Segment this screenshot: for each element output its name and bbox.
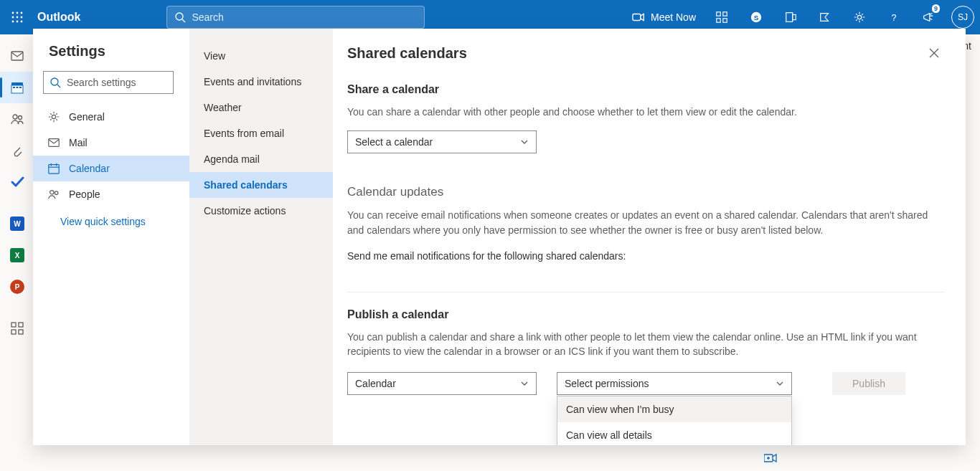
svg-text:?: ?: [891, 13, 896, 23]
svg-rect-30: [11, 323, 16, 327]
calendar-icon: [47, 162, 60, 175]
sub-shared-calendars[interactable]: Shared calendars: [189, 172, 333, 198]
settings-search[interactable]: Search settings: [43, 71, 174, 94]
svg-point-43: [50, 191, 54, 194]
category-general[interactable]: General: [33, 104, 189, 130]
rail-more-apps[interactable]: [0, 313, 34, 344]
chevron-down-icon: [520, 379, 529, 388]
svg-point-3: [12, 16, 14, 19]
panel-body: Share a calendar You can share a calenda…: [333, 73, 961, 445]
people-icon: [10, 112, 24, 126]
view-quick-settings-link[interactable]: View quick settings: [33, 207, 189, 227]
svg-rect-13: [723, 12, 727, 16]
video-icon: [632, 11, 645, 24]
meet-now-label: Meet Now: [651, 11, 696, 23]
apps-icon: [10, 321, 24, 336]
left-app-rail: W X P: [0, 34, 34, 471]
svg-point-6: [12, 21, 14, 23]
svg-rect-25: [13, 87, 15, 88]
rail-todo[interactable]: [0, 166, 34, 198]
category-calendar[interactable]: Calendar: [33, 156, 189, 181]
svg-rect-18: [786, 13, 793, 22]
notes-icon: [819, 11, 831, 24]
svg-rect-33: [19, 330, 23, 334]
rail-calendar[interactable]: [0, 72, 34, 103]
share-heading: Share a calendar: [347, 73, 944, 96]
rail-people[interactable]: [0, 103, 34, 135]
help-icon: ?: [887, 11, 900, 24]
excel-icon: X: [10, 248, 24, 262]
calendar-icon: [10, 80, 24, 95]
meet-now-button[interactable]: Meet Now: [623, 11, 705, 24]
rail-files[interactable]: [0, 135, 34, 166]
svg-point-9: [176, 13, 183, 20]
powerpoint-icon: P: [10, 280, 24, 294]
category-label: Calendar: [69, 163, 110, 174]
app-launcher-button[interactable]: [0, 0, 34, 34]
search-icon: [174, 11, 186, 23]
todo-icon: [10, 175, 24, 189]
sub-customize-actions[interactable]: Customize actions: [189, 198, 333, 224]
rail-powerpoint[interactable]: P: [0, 271, 34, 303]
panel-title: Shared calendars: [347, 45, 467, 62]
publish-button[interactable]: Publish: [832, 372, 905, 395]
svg-rect-15: [723, 19, 727, 22]
rail-excel[interactable]: X: [0, 239, 34, 271]
skype-icon: S: [750, 11, 763, 24]
svg-point-37: [52, 115, 55, 118]
sub-events-from-email[interactable]: Events from email: [189, 120, 333, 146]
gear-icon: [47, 110, 60, 123]
join-meeting-icon[interactable]: [764, 453, 777, 466]
settings-title: Settings: [33, 43, 189, 71]
publish-desc: You can publish a calendar and share a l…: [347, 330, 944, 359]
megaphone-icon: [922, 11, 935, 24]
gear-icon: [853, 11, 866, 24]
close-button[interactable]: [923, 42, 946, 65]
svg-point-8: [21, 21, 23, 23]
svg-point-7: [17, 21, 19, 23]
svg-rect-31: [19, 323, 23, 327]
sub-events-invitations[interactable]: Events and invitations: [189, 69, 333, 95]
settings-nav: Settings Search settings General Mail Ca…: [33, 29, 189, 445]
chevron-down-icon: [520, 138, 529, 146]
publish-permission-placeholder: Select permissions: [565, 378, 649, 389]
attachment-icon: [10, 143, 24, 158]
svg-line-10: [182, 19, 185, 22]
global-search[interactable]: [166, 6, 425, 29]
teams-icon: [715, 11, 728, 24]
category-label: People: [69, 189, 100, 200]
settings-panel: Shared calendars Share a calendar You ca…: [333, 29, 966, 445]
svg-text:S: S: [754, 14, 759, 22]
sub-agenda-mail[interactable]: Agenda mail: [189, 146, 333, 172]
global-search-input[interactable]: [192, 11, 417, 23]
svg-point-44: [55, 191, 58, 195]
category-label: General: [69, 111, 105, 123]
notification-badge: 9: [932, 4, 940, 13]
svg-point-35: [51, 78, 58, 85]
sub-view[interactable]: View: [189, 43, 333, 69]
permission-option-all[interactable]: Can view all details: [557, 422, 791, 445]
category-label: Mail: [69, 137, 88, 148]
svg-rect-19: [793, 14, 796, 19]
rail-mail[interactable]: [0, 40, 34, 72]
share-calendar-select[interactable]: Select a calendar: [347, 130, 537, 153]
svg-rect-27: [19, 87, 22, 88]
mail-icon: [10, 49, 24, 63]
svg-point-0: [12, 12, 14, 14]
publish-permission-select[interactable]: Select permissions: [557, 372, 792, 395]
publish-calendar-select[interactable]: Calendar: [347, 372, 537, 395]
search-icon: [50, 77, 61, 88]
updates-prompt: Send me email notifications for the foll…: [347, 249, 944, 263]
sub-weather[interactable]: Weather: [189, 95, 333, 120]
category-people[interactable]: People: [33, 181, 189, 207]
account-avatar[interactable]: SJ: [951, 6, 974, 29]
rail-word[interactable]: W: [0, 208, 34, 239]
word-icon: W: [10, 217, 24, 231]
svg-point-29: [19, 116, 22, 120]
svg-point-1: [17, 12, 19, 14]
svg-point-2: [21, 12, 23, 14]
permission-option-busy[interactable]: Can view when I'm busy: [557, 396, 791, 422]
svg-rect-38: [49, 139, 59, 147]
category-mail[interactable]: Mail: [33, 130, 189, 156]
avatar-initials: SJ: [958, 12, 968, 22]
